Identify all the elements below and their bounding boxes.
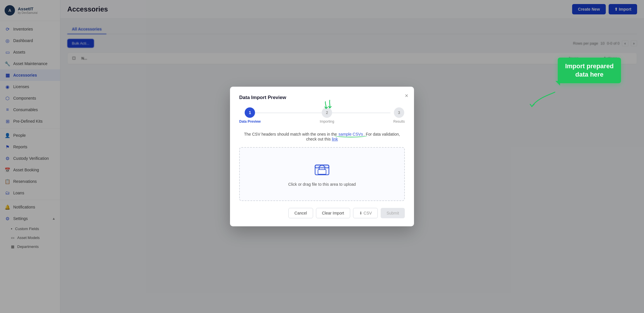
validation-link[interactable]: link — [332, 137, 338, 141]
modal-footer: Cancel Clear Import ⬇ CSV Submit — [239, 208, 405, 218]
csv-button[interactable]: ⬇ CSV — [353, 208, 378, 218]
step-3-circle: 3 — [394, 107, 404, 118]
svg-rect-2 — [318, 170, 326, 174]
step-1-label: Data Preview — [239, 119, 261, 124]
modal-overlay: Data Import Preview × 1 Data Preview 2 I… — [0, 0, 644, 313]
drop-zone-label: Click or drag file to this area to uploa… — [288, 182, 356, 187]
cancel-button[interactable]: Cancel — [288, 208, 313, 218]
callout-arrow — [526, 89, 561, 113]
sample-csv-link[interactable]: sample CSVs — [338, 132, 364, 137]
svg-rect-1 — [315, 165, 329, 168]
step-1: 1 Data Preview — [239, 107, 261, 124]
modal-close-button[interactable]: × — [405, 92, 408, 99]
modal-title: Data Import Preview — [239, 95, 405, 100]
step-2-circle: 2 — [322, 107, 332, 118]
step-3: 3 Results — [393, 107, 405, 124]
step-3-label: Results — [393, 119, 405, 124]
file-drop-zone[interactable]: Click or drag file to this area to uploa… — [239, 147, 405, 201]
clear-import-button[interactable]: Clear Import — [316, 208, 350, 218]
step-2: 2 Importing — [320, 107, 334, 124]
upload-icon — [314, 162, 330, 179]
submit-button[interactable]: Submit — [381, 208, 405, 218]
import-stepper: 1 Data Preview 2 Importing 3 Results — [239, 107, 405, 124]
step-1-circle: 1 — [245, 107, 255, 118]
data-import-modal: Data Import Preview × 1 Data Preview 2 I… — [230, 87, 414, 226]
step-2-label: Importing — [320, 119, 334, 124]
modal-info-text: The CSV headers should match with the on… — [239, 132, 405, 141]
info-before: The CSV headers should match with the on… — [244, 132, 338, 136]
import-callout-annotation: Import prepared data here — [558, 58, 621, 83]
